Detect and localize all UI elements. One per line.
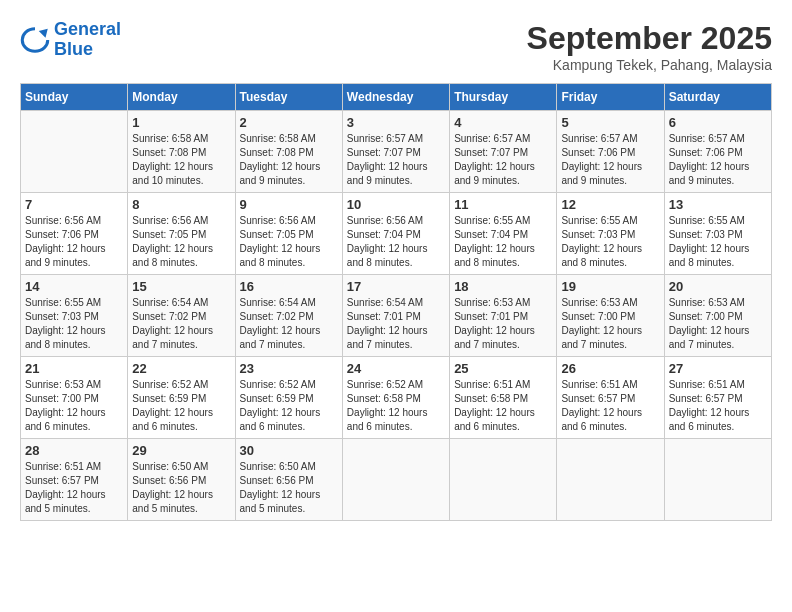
location: Kampung Tekek, Pahang, Malaysia	[527, 57, 772, 73]
weekday-header-monday: Monday	[128, 84, 235, 111]
day-info: Sunrise: 6:52 AMSunset: 6:58 PMDaylight:…	[347, 379, 428, 432]
day-number: 14	[25, 279, 123, 294]
calendar-week-4: 21 Sunrise: 6:53 AMSunset: 7:00 PMDaylig…	[21, 357, 772, 439]
day-number: 12	[561, 197, 659, 212]
calendar-cell: 22 Sunrise: 6:52 AMSunset: 6:59 PMDaylig…	[128, 357, 235, 439]
calendar-cell: 30 Sunrise: 6:50 AMSunset: 6:56 PMDaylig…	[235, 439, 342, 521]
weekday-header-tuesday: Tuesday	[235, 84, 342, 111]
calendar-cell: 15 Sunrise: 6:54 AMSunset: 7:02 PMDaylig…	[128, 275, 235, 357]
calendar-cell: 19 Sunrise: 6:53 AMSunset: 7:00 PMDaylig…	[557, 275, 664, 357]
page-header: General Blue September 2025 Kampung Teke…	[20, 20, 772, 73]
day-number: 29	[132, 443, 230, 458]
calendar-cell: 12 Sunrise: 6:55 AMSunset: 7:03 PMDaylig…	[557, 193, 664, 275]
day-number: 6	[669, 115, 767, 130]
calendar-cell: 11 Sunrise: 6:55 AMSunset: 7:04 PMDaylig…	[450, 193, 557, 275]
day-number: 18	[454, 279, 552, 294]
day-info: Sunrise: 6:57 AMSunset: 7:07 PMDaylight:…	[347, 133, 428, 186]
calendar-cell: 3 Sunrise: 6:57 AMSunset: 7:07 PMDayligh…	[342, 111, 449, 193]
calendar-cell: 7 Sunrise: 6:56 AMSunset: 7:06 PMDayligh…	[21, 193, 128, 275]
calendar-cell: 25 Sunrise: 6:51 AMSunset: 6:58 PMDaylig…	[450, 357, 557, 439]
weekday-header-sunday: Sunday	[21, 84, 128, 111]
calendar-cell: 4 Sunrise: 6:57 AMSunset: 7:07 PMDayligh…	[450, 111, 557, 193]
day-number: 2	[240, 115, 338, 130]
calendar-cell: 10 Sunrise: 6:56 AMSunset: 7:04 PMDaylig…	[342, 193, 449, 275]
calendar-cell: 21 Sunrise: 6:53 AMSunset: 7:00 PMDaylig…	[21, 357, 128, 439]
day-info: Sunrise: 6:51 AMSunset: 6:57 PMDaylight:…	[561, 379, 642, 432]
day-info: Sunrise: 6:50 AMSunset: 6:56 PMDaylight:…	[132, 461, 213, 514]
day-number: 20	[669, 279, 767, 294]
day-info: Sunrise: 6:52 AMSunset: 6:59 PMDaylight:…	[132, 379, 213, 432]
day-number: 22	[132, 361, 230, 376]
calendar-cell: 2 Sunrise: 6:58 AMSunset: 7:08 PMDayligh…	[235, 111, 342, 193]
day-number: 8	[132, 197, 230, 212]
calendar-cell: 9 Sunrise: 6:56 AMSunset: 7:05 PMDayligh…	[235, 193, 342, 275]
day-info: Sunrise: 6:57 AMSunset: 7:06 PMDaylight:…	[561, 133, 642, 186]
calendar-cell: 18 Sunrise: 6:53 AMSunset: 7:01 PMDaylig…	[450, 275, 557, 357]
weekday-header-friday: Friday	[557, 84, 664, 111]
calendar-cell: 6 Sunrise: 6:57 AMSunset: 7:06 PMDayligh…	[664, 111, 771, 193]
day-info: Sunrise: 6:55 AMSunset: 7:04 PMDaylight:…	[454, 215, 535, 268]
calendar-table: SundayMondayTuesdayWednesdayThursdayFrid…	[20, 83, 772, 521]
day-number: 11	[454, 197, 552, 212]
day-number: 16	[240, 279, 338, 294]
day-info: Sunrise: 6:56 AMSunset: 7:05 PMDaylight:…	[240, 215, 321, 268]
calendar-cell: 28 Sunrise: 6:51 AMSunset: 6:57 PMDaylig…	[21, 439, 128, 521]
day-number: 25	[454, 361, 552, 376]
calendar-cell	[450, 439, 557, 521]
day-info: Sunrise: 6:51 AMSunset: 6:57 PMDaylight:…	[669, 379, 750, 432]
day-info: Sunrise: 6:58 AMSunset: 7:08 PMDaylight:…	[132, 133, 213, 186]
day-number: 10	[347, 197, 445, 212]
weekday-header-saturday: Saturday	[664, 84, 771, 111]
day-info: Sunrise: 6:54 AMSunset: 7:02 PMDaylight:…	[240, 297, 321, 350]
day-info: Sunrise: 6:56 AMSunset: 7:06 PMDaylight:…	[25, 215, 106, 268]
day-number: 13	[669, 197, 767, 212]
day-info: Sunrise: 6:55 AMSunset: 7:03 PMDaylight:…	[561, 215, 642, 268]
day-number: 7	[25, 197, 123, 212]
day-number: 9	[240, 197, 338, 212]
calendar-cell: 27 Sunrise: 6:51 AMSunset: 6:57 PMDaylig…	[664, 357, 771, 439]
day-info: Sunrise: 6:53 AMSunset: 7:01 PMDaylight:…	[454, 297, 535, 350]
calendar-cell	[342, 439, 449, 521]
day-info: Sunrise: 6:55 AMSunset: 7:03 PMDaylight:…	[25, 297, 106, 350]
day-info: Sunrise: 6:51 AMSunset: 6:57 PMDaylight:…	[25, 461, 106, 514]
calendar-cell: 14 Sunrise: 6:55 AMSunset: 7:03 PMDaylig…	[21, 275, 128, 357]
calendar-cell: 23 Sunrise: 6:52 AMSunset: 6:59 PMDaylig…	[235, 357, 342, 439]
day-number: 4	[454, 115, 552, 130]
day-number: 19	[561, 279, 659, 294]
day-number: 21	[25, 361, 123, 376]
calendar-body: 1 Sunrise: 6:58 AMSunset: 7:08 PMDayligh…	[21, 111, 772, 521]
calendar-cell: 1 Sunrise: 6:58 AMSunset: 7:08 PMDayligh…	[128, 111, 235, 193]
day-info: Sunrise: 6:56 AMSunset: 7:05 PMDaylight:…	[132, 215, 213, 268]
day-number: 24	[347, 361, 445, 376]
day-info: Sunrise: 6:50 AMSunset: 6:56 PMDaylight:…	[240, 461, 321, 514]
day-info: Sunrise: 6:57 AMSunset: 7:06 PMDaylight:…	[669, 133, 750, 186]
day-number: 26	[561, 361, 659, 376]
calendar-cell	[557, 439, 664, 521]
calendar-week-1: 1 Sunrise: 6:58 AMSunset: 7:08 PMDayligh…	[21, 111, 772, 193]
weekday-header-wednesday: Wednesday	[342, 84, 449, 111]
day-info: Sunrise: 6:53 AMSunset: 7:00 PMDaylight:…	[25, 379, 106, 432]
day-number: 28	[25, 443, 123, 458]
day-info: Sunrise: 6:53 AMSunset: 7:00 PMDaylight:…	[561, 297, 642, 350]
day-number: 17	[347, 279, 445, 294]
day-number: 27	[669, 361, 767, 376]
logo-icon	[20, 25, 50, 55]
calendar-week-5: 28 Sunrise: 6:51 AMSunset: 6:57 PMDaylig…	[21, 439, 772, 521]
logo: General Blue	[20, 20, 121, 60]
day-info: Sunrise: 6:57 AMSunset: 7:07 PMDaylight:…	[454, 133, 535, 186]
day-info: Sunrise: 6:56 AMSunset: 7:04 PMDaylight:…	[347, 215, 428, 268]
day-number: 5	[561, 115, 659, 130]
day-info: Sunrise: 6:54 AMSunset: 7:01 PMDaylight:…	[347, 297, 428, 350]
day-number: 30	[240, 443, 338, 458]
calendar-cell	[21, 111, 128, 193]
logo-text: General Blue	[54, 20, 121, 60]
calendar-cell: 24 Sunrise: 6:52 AMSunset: 6:58 PMDaylig…	[342, 357, 449, 439]
day-number: 23	[240, 361, 338, 376]
day-info: Sunrise: 6:51 AMSunset: 6:58 PMDaylight:…	[454, 379, 535, 432]
day-info: Sunrise: 6:58 AMSunset: 7:08 PMDaylight:…	[240, 133, 321, 186]
calendar-header: SundayMondayTuesdayWednesdayThursdayFrid…	[21, 84, 772, 111]
calendar-cell: 13 Sunrise: 6:55 AMSunset: 7:03 PMDaylig…	[664, 193, 771, 275]
calendar-cell: 29 Sunrise: 6:50 AMSunset: 6:56 PMDaylig…	[128, 439, 235, 521]
weekday-row: SundayMondayTuesdayWednesdayThursdayFrid…	[21, 84, 772, 111]
title-block: September 2025 Kampung Tekek, Pahang, Ma…	[527, 20, 772, 73]
